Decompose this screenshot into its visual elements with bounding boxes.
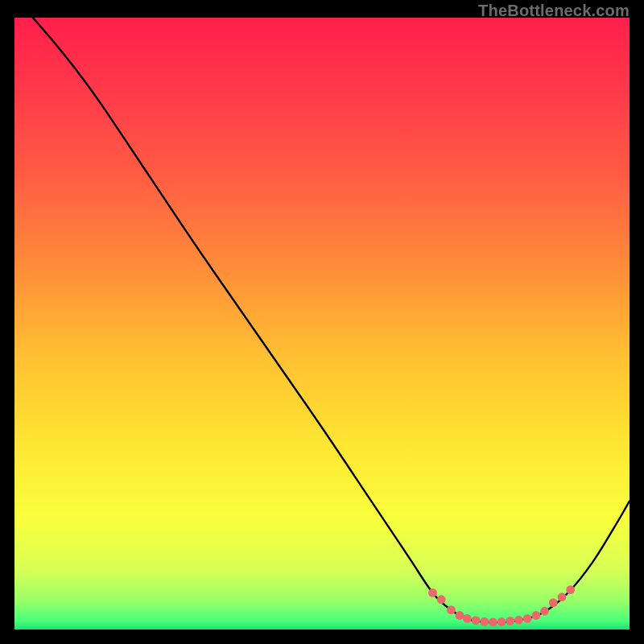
gradient-background xyxy=(14,18,630,630)
highlight-dot xyxy=(472,616,481,625)
chart-container: TheBottleneck.com xyxy=(0,0,644,644)
highlight-dot xyxy=(514,616,523,625)
highlight-dot xyxy=(549,598,558,607)
plot-area xyxy=(14,18,630,630)
highlight-dot xyxy=(558,592,567,601)
highlight-dot xyxy=(497,617,506,626)
highlight-dot xyxy=(480,617,489,626)
highlight-dot xyxy=(506,617,514,625)
highlight-dot xyxy=(437,595,446,604)
bottleneck-chart xyxy=(14,18,630,630)
highlight-dot xyxy=(447,605,456,614)
highlight-dot xyxy=(566,585,575,594)
highlight-dot xyxy=(540,607,549,616)
highlight-dot xyxy=(523,614,532,623)
highlight-dot xyxy=(489,617,497,626)
highlight-dot xyxy=(531,611,540,620)
highlight-dot xyxy=(463,614,472,623)
highlight-dot xyxy=(428,588,437,597)
